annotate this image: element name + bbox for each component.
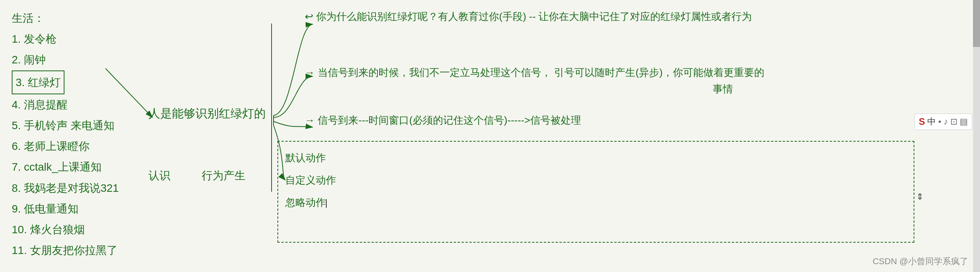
list-item-4: 4. 消息提醒 [12,94,119,115]
csdn-toolbar: S 中 • ♪ ⊡ ▤ [914,113,972,130]
list-ellipsis: ...... [12,261,119,272]
list-item-5: 5. 手机铃声 来电通知 [12,115,119,136]
list-item-2: 2. 闹钟 [12,49,119,70]
right-mid1-part3: 事情 [713,83,733,95]
list-title: 生活： [12,8,119,29]
main-container: 生活： 1. 发令枪 2. 闹钟 3. 红绿灯 4. 消息提醒 5. 手机铃声 … [0,0,980,272]
csdn-icon-mic: ♪ [944,117,948,127]
right-mid2-text: → 信号到来---时间窗口(必须的记住这个信号)----->信号被处理 [305,113,581,127]
right-mid1-part2: 引号可以随时产生(异步)，你可能做着更重要的 [554,67,764,78]
watermark-text: CSDN @小曾同学系疯了 [873,256,968,267]
right-mid1-arrow: → [305,67,318,78]
dashed-box-content: 默认动作 自定义动作 忽略动作 [285,147,336,214]
box-item-1: 默认动作 [285,147,336,169]
list-item-9: 9. 低电量通知 [12,198,119,219]
right-mid2-content: 信号到来---时间窗口(必须的记住这个信号)----->信号被处理 [318,114,581,126]
list-item-10: 10. 烽火台狼烟 [12,219,119,240]
scrollbar-track [973,0,980,272]
box-item-2: 自定义动作 [285,169,336,191]
right-mid1-text: → 当信号到来的时候，我们不一定立马处理这个信号， 引号可以随时产生(异步)，你… [305,65,764,97]
center-node-text: 人是能够识别红绿灯的 [148,106,266,122]
right-mid2-arrow: → [305,114,318,126]
branch-label-1: 认识 [148,168,170,183]
scrollbar-thumb[interactable] [973,0,980,47]
list-item-3-highlighted: 3. 红绿灯 [12,70,64,94]
csdn-icon-dot: • [938,117,941,127]
left-list: 生活： 1. 发令枪 2. 闹钟 3. 红绿灯 4. 消息提醒 5. 手机铃声 … [12,8,119,272]
list-item-8: 8. 我妈老是对我说321 [12,178,119,198]
right-top-arrow: ↩ [305,11,313,22]
text-cursor [326,199,327,208]
dashed-box [277,141,914,243]
list-item-1: 1. 发令枪 [12,29,119,49]
csdn-icon-zhong: 中 [927,116,936,128]
csdn-logo-icon: S [919,116,925,127]
box-item-3: 忽略动作 [285,191,336,214]
right-mid1-line1: → 当信号到来的时候，我们不一定立马处理这个信号， 引号可以随时产生(异步)，你… [305,65,764,81]
branch-label-2: 行为产生 [202,168,245,183]
right-top-text: ↩ 你为什么能识别红绿灯呢？有人教育过你(手段) -- 让你在大脑中记住了对应的… [305,9,752,25]
right-top-content: 你为什么能识别红绿灯呢？有人教育过你(手段) -- 让你在大脑中记住了对应的红绿… [316,11,752,22]
csdn-icon-grid: ▤ [960,117,968,127]
resize-cursor-icon: ⇕ [916,192,923,202]
right-mid1-line2: 事情 [305,81,764,97]
csdn-icon-box: ⊡ [950,117,957,127]
list-item-11: 11. 女朋友把你拉黑了 [12,240,119,261]
branch-labels: 认识 行为产生 [148,168,245,183]
list-item-7: 7. cctalk_上课通知 [12,157,119,177]
right-mid1-part1: 当信号到来的时候，我们不一定立马处理这个信号， [318,67,551,78]
list-item-6: 6. 老师上课瞪你 [12,136,119,157]
